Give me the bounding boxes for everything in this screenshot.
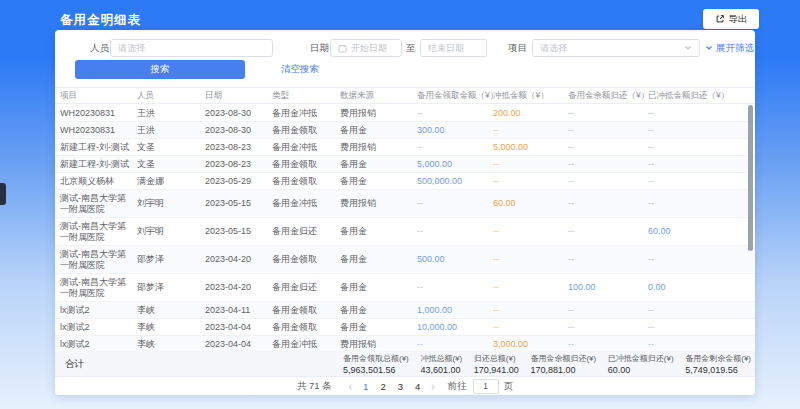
cell-person: 文圣 xyxy=(137,156,205,172)
cell-type: 备用金领取 xyxy=(272,156,340,172)
cell-received: -- xyxy=(417,224,493,240)
cell-type: 备用金领取 xyxy=(272,173,340,189)
person-label: 人员 xyxy=(90,38,109,58)
cell-date: 2023-05-15 xyxy=(205,196,272,212)
date-end-input[interactable]: 结束日期 xyxy=(420,39,487,57)
summary-item: 备用金剩余金额(¥)5,749,019.56 xyxy=(685,353,751,375)
chevron-down-icon xyxy=(684,44,692,52)
cell-offset_return: -- xyxy=(648,139,750,155)
summary-items: 备用金领取总额(¥)5,963,501.56冲抵总额(¥)43,601.00归还… xyxy=(343,353,751,375)
column-header: 项目 xyxy=(60,90,137,102)
cell-project: 测试-南昌大学第一附属医院 xyxy=(60,274,137,301)
cell-person: 邵梦泽 xyxy=(137,252,205,268)
project-select[interactable]: 请选择 xyxy=(532,39,700,57)
cell-source: 备用金 xyxy=(340,173,417,189)
table-row: WH20230831王洪2023-08-30备用金领取备用金300.00----… xyxy=(55,122,755,139)
page-number[interactable]: 1 xyxy=(363,381,368,392)
drawer-handle[interactable] xyxy=(0,183,6,205)
pagination-total: 共 71 条 xyxy=(297,380,332,393)
cell-received: -- xyxy=(417,280,493,296)
cell-project: 测试-南昌大学第一附属医院 xyxy=(60,218,137,245)
cell-balance_return: -- xyxy=(568,122,648,138)
cell-type: 备用金冲抵 xyxy=(272,336,340,351)
cell-balance_return: -- xyxy=(568,196,648,212)
person-placeholder: 请选择 xyxy=(118,42,145,55)
cell-date: 2023-04-11 xyxy=(205,302,272,318)
cell-balance_return: -- xyxy=(568,336,648,351)
cell-received: 5,000.00 xyxy=(417,156,493,172)
goto-page-input[interactable] xyxy=(473,379,499,394)
cell-offset_return: -- xyxy=(648,173,750,189)
cell-balance_return: 100.00 xyxy=(568,280,648,296)
chevron-down-icon xyxy=(705,44,713,52)
expand-filters-link[interactable]: 展开筛选 xyxy=(705,38,754,58)
next-page-button[interactable]: › xyxy=(431,381,434,392)
cell-person: 李峡 xyxy=(137,319,205,335)
table-row: 新建工程-刘-测试文圣2023-08-23备用金冲抵费用报销--5,000.00… xyxy=(55,139,755,156)
search-button[interactable]: 搜索 xyxy=(75,60,245,79)
cell-type: 备用金归还 xyxy=(272,280,340,296)
summary-row: 合计 备用金领取总额(¥)5,963,501.56冲抵总额(¥)43,601.0… xyxy=(55,351,755,377)
cell-offset: -- xyxy=(493,302,568,318)
page-number[interactable]: 4 xyxy=(415,381,420,392)
cell-source: 费用报销 xyxy=(340,336,417,351)
date-start-input[interactable]: 开始日期 xyxy=(330,39,402,57)
table-row: lx测试2李峡2023-04-04备用金领取备用金10,000.00------ xyxy=(55,319,755,336)
cell-person: 李峡 xyxy=(137,302,205,318)
cell-type: 备用金领取 xyxy=(272,122,340,138)
cell-project: lx测试2 xyxy=(60,319,137,335)
cell-type: 备用金冲抵 xyxy=(272,139,340,155)
goto-label-prefix: 前往 xyxy=(448,380,467,393)
page-number[interactable]: 3 xyxy=(398,381,403,392)
cell-project: WH20230831 xyxy=(60,105,137,121)
prev-page-button[interactable]: ‹ xyxy=(349,381,352,392)
cell-received: -- xyxy=(417,139,493,155)
page-number[interactable]: 2 xyxy=(380,381,385,392)
table-row: lx测试2李峡2023-04-11备用金领取备用金1,000.00------ xyxy=(55,302,755,319)
cell-type: 备用金冲抵 xyxy=(272,105,340,121)
cell-source: 费用报销 xyxy=(340,105,417,121)
summary-item-value: 170,881.00 xyxy=(530,365,596,375)
cell-date: 2023-04-20 xyxy=(205,280,272,296)
cell-project: lx测试2 xyxy=(60,336,137,351)
cell-offset_return: 60.00 xyxy=(648,224,750,240)
cell-offset: -- xyxy=(493,122,568,138)
summary-item-value: 5,963,501.56 xyxy=(343,365,409,375)
summary-item-label: 归还总额(¥) xyxy=(474,353,519,364)
cell-source: 备用金 xyxy=(340,302,417,318)
column-header: 人员 xyxy=(137,90,205,102)
cell-offset: -- xyxy=(493,224,568,240)
cell-balance_return: -- xyxy=(568,302,648,318)
vertical-scrollbar[interactable] xyxy=(748,105,753,251)
table-row: 测试-南昌大学第一附属医院邵梦泽2023-04-20备用金归还备用金----10… xyxy=(55,274,755,302)
summary-item-label: 冲抵总额(¥) xyxy=(420,353,462,364)
cell-person: 王洪 xyxy=(137,105,205,121)
cell-offset_return: 0.00 xyxy=(648,280,750,296)
cell-type: 备用金领取 xyxy=(272,319,340,335)
cell-source: 备用金 xyxy=(340,156,417,172)
summary-item-label: 已冲抵金额归还(¥) xyxy=(608,353,674,364)
date-end-placeholder: 结束日期 xyxy=(428,42,464,55)
cell-balance_return: -- xyxy=(568,173,648,189)
cell-offset_return: -- xyxy=(648,122,750,138)
summary-item: 备用金领取总额(¥)5,963,501.56 xyxy=(343,353,409,375)
clear-search-link[interactable]: 清空搜索 xyxy=(281,63,319,76)
column-header: 已冲抵金额归还（¥） xyxy=(648,90,750,102)
cell-offset: 5,000.00 xyxy=(493,139,568,155)
cell-offset: -- xyxy=(493,156,568,172)
export-button[interactable]: 导出 xyxy=(703,9,759,29)
cell-project: 测试-南昌大学第一附属医院 xyxy=(60,246,137,273)
column-header: 备用金余额归还（¥） xyxy=(568,90,648,102)
column-header: 冲抵金额（¥） xyxy=(493,90,568,102)
cell-received: 500,000.00 xyxy=(417,173,493,189)
cell-received: 1,000.00 xyxy=(417,302,493,318)
cell-received: 500.00 xyxy=(417,252,493,268)
person-select[interactable]: 请选择 xyxy=(110,39,273,57)
summary-item-value: 170,941.00 xyxy=(474,365,519,375)
column-header: 日期 xyxy=(205,90,272,102)
export-label: 导出 xyxy=(729,13,748,26)
cell-type: 备用金领取 xyxy=(272,302,340,318)
cell-offset_return: -- xyxy=(648,196,750,212)
table-row: WH20230831王洪2023-08-30备用金冲抵费用报销--200.00-… xyxy=(55,105,755,122)
summary-item-value: 5,749,019.56 xyxy=(685,365,751,375)
